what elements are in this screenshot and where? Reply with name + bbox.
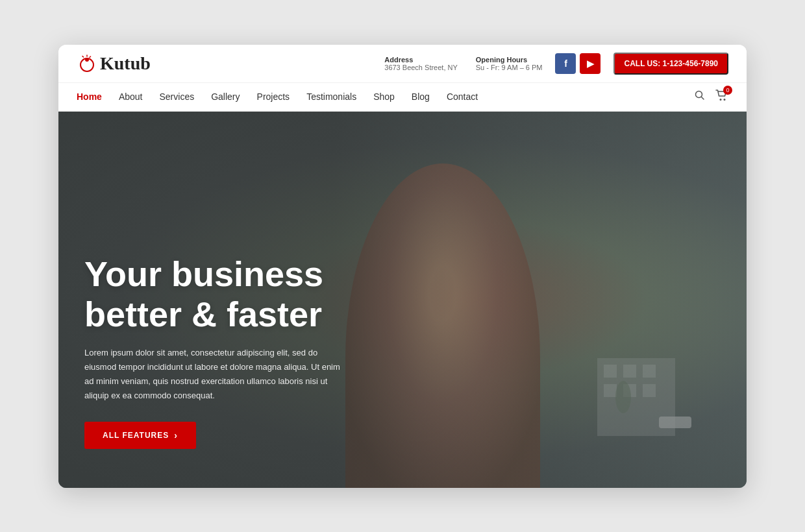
svg-point-8: [724, 99, 726, 101]
nav-bar: Home About Services Gallery Projects Tes…: [58, 83, 747, 112]
hours-label: Opening Hours: [476, 56, 543, 64]
svg-line-6: [702, 97, 704, 100]
contact-info: Address 3673 Beech Street, NY Opening Ho…: [384, 56, 542, 71]
svg-point-1: [85, 58, 89, 62]
svg-line-3: [90, 56, 91, 58]
hours-block: Opening Hours Su - Fr: 9 AM – 6 PM: [476, 56, 543, 71]
hero-section: Your businessbetter & faster Lorem ipsum…: [58, 112, 747, 488]
svg-point-7: [720, 99, 722, 101]
nav-item-projects[interactable]: Projects: [257, 91, 290, 103]
top-bar: Kutub Address 3673 Beech Street, NY Open…: [58, 45, 747, 83]
svg-rect-12: [643, 365, 656, 378]
hero-description: Lorem ipsum dolor sit amet, consectetur …: [84, 346, 344, 403]
nav-item-blog[interactable]: Blog: [412, 91, 430, 103]
address-value: 3673 Beech Street, NY: [384, 64, 458, 71]
nav-item-services[interactable]: Services: [160, 91, 195, 103]
top-bar-right: Address 3673 Beech Street, NY Opening Ho…: [384, 53, 728, 75]
svg-rect-13: [604, 384, 617, 397]
arrow-icon: ›: [174, 430, 178, 441]
browser-window: Kutub Address 3673 Beech Street, NY Open…: [58, 45, 747, 488]
hero-content: Your businessbetter & faster Lorem ipsum…: [84, 254, 344, 449]
features-button[interactable]: ALL FEATURES ›: [84, 422, 196, 449]
logo-text: Kutub: [100, 53, 151, 74]
cart-badge: 0: [723, 86, 732, 95]
call-button[interactable]: CALL US: 1-123-456-7890: [613, 53, 728, 75]
svg-rect-11: [623, 365, 636, 378]
hero-title: Your businessbetter & faster: [84, 254, 344, 334]
social-icons: f ▶: [555, 53, 601, 74]
svg-line-4: [82, 56, 84, 57]
svg-point-17: [615, 381, 631, 413]
svg-rect-15: [643, 384, 656, 397]
nav-item-home[interactable]: Home: [77, 91, 102, 103]
nav-item-about[interactable]: About: [119, 91, 143, 103]
address-block: Address 3673 Beech Street, NY: [384, 56, 458, 71]
nav-links: Home About Services Gallery Projects Tes…: [77, 91, 478, 103]
logo-icon: [77, 53, 97, 74]
nav-item-testimonials[interactable]: Testimonials: [306, 91, 356, 103]
nav-right: 0: [695, 90, 728, 104]
nav-item-contact[interactable]: Contact: [447, 91, 478, 103]
facebook-button[interactable]: f: [555, 53, 576, 74]
search-button[interactable]: [695, 90, 705, 103]
svg-rect-16: [659, 417, 691, 428]
hero-scenery: [558, 332, 721, 436]
svg-rect-10: [604, 365, 617, 378]
nav-item-shop[interactable]: Shop: [373, 91, 395, 103]
youtube-button[interactable]: ▶: [580, 53, 601, 74]
hours-value: Su - Fr: 9 AM – 6 PM: [476, 64, 543, 71]
logo: Kutub: [77, 53, 151, 74]
nav-item-gallery[interactable]: Gallery: [211, 91, 240, 103]
cart-button[interactable]: 0: [715, 90, 728, 104]
address-label: Address: [384, 56, 458, 64]
